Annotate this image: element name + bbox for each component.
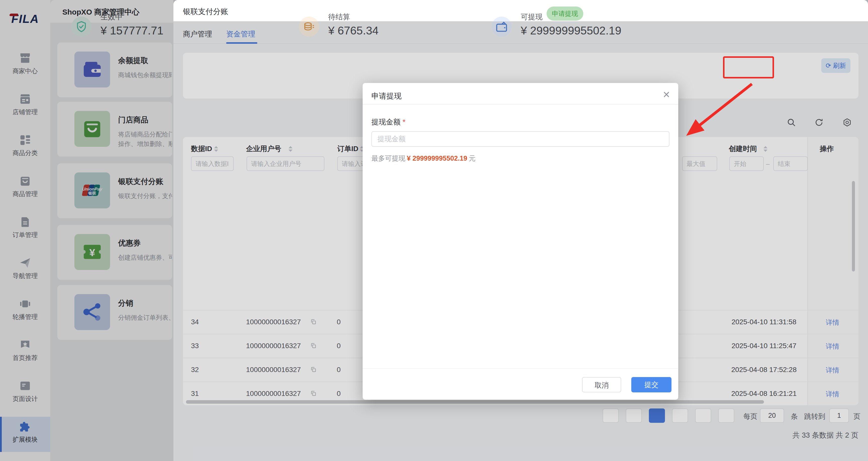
sort-asc-icon[interactable] bbox=[764, 146, 768, 148]
module-card-title: 余额提取 bbox=[118, 56, 148, 66]
cell-created-time: 2025-04-08 16:21:21 bbox=[724, 390, 804, 398]
detail-link[interactable]: 详情 bbox=[807, 390, 858, 399]
pagination-button[interactable] bbox=[695, 408, 711, 423]
sidebar-item[interactable]: 店铺管理 bbox=[0, 89, 50, 127]
jump-to-input[interactable] bbox=[829, 408, 849, 423]
sidebar-item-label: 扩展模块 bbox=[0, 435, 50, 444]
refresh-button[interactable]: ⟳ 刷新 bbox=[821, 58, 850, 73]
stat-value: ¥ 157777.71 bbox=[100, 24, 163, 37]
sidebar-item-icon bbox=[19, 93, 31, 105]
stat-value: ¥ 299999995502.19 bbox=[521, 24, 621, 37]
sidebar-item-label: 页面设计 bbox=[0, 395, 50, 403]
sidebar-item[interactable]: 首页推荐 bbox=[0, 335, 50, 373]
copy-icon[interactable] bbox=[310, 342, 317, 349]
cell-created-time: 2025-04-10 11:31:58 bbox=[724, 318, 804, 326]
cell-enterprise-user: 10000000016327 bbox=[246, 366, 301, 374]
pagination-button[interactable] bbox=[602, 408, 619, 423]
module-card-tile bbox=[74, 111, 110, 147]
sidebar-item-icon bbox=[19, 134, 31, 146]
filter-enterprise-user-input[interactable] bbox=[247, 156, 324, 171]
filter-data-id-input[interactable] bbox=[191, 156, 234, 171]
stat-icon-circle bbox=[299, 17, 319, 37]
module-card-tile bbox=[74, 173, 110, 208]
sidebar-item-icon bbox=[19, 339, 31, 351]
cancel-button[interactable]: 取消 bbox=[582, 377, 621, 392]
cell-created-time: 2025-04-08 17:52:28 bbox=[724, 366, 804, 374]
sort-desc-icon[interactable] bbox=[214, 150, 218, 152]
cell-order-id: 0 bbox=[337, 366, 341, 374]
pagination-button[interactable] bbox=[672, 408, 688, 423]
module-card-tile bbox=[74, 52, 110, 88]
pagination-button[interactable] bbox=[718, 408, 734, 423]
stat-icon bbox=[75, 20, 88, 33]
module-card[interactable]: 优惠券 创建店铺优惠券、可组 bbox=[57, 225, 172, 280]
sidebar-item[interactable]: 商家中心 bbox=[0, 48, 50, 86]
submit-button[interactable]: 提交 bbox=[631, 377, 672, 392]
detail-link[interactable]: 详情 bbox=[807, 342, 858, 351]
module-card[interactable]: 分销 分销佣金订单列表、分 bbox=[57, 285, 172, 340]
stat-icon bbox=[303, 20, 316, 33]
pagination-button[interactable] bbox=[626, 408, 642, 423]
module-card-icon bbox=[81, 301, 103, 323]
copy-icon[interactable] bbox=[310, 318, 317, 325]
sidebar-item-icon bbox=[19, 216, 31, 228]
cell-enterprise-user: 10000000016327 bbox=[246, 318, 301, 326]
module-card-desc: 分销佣金订单列表、分 bbox=[118, 313, 172, 322]
vertical-scrollbar[interactable] bbox=[852, 181, 855, 272]
col-header-data-id[interactable]: 数据ID bbox=[191, 144, 212, 154]
sidebar-item[interactable]: 订单管理 bbox=[0, 212, 50, 250]
modal-footer-divider bbox=[363, 368, 678, 369]
sidebar-item[interactable]: 商品分类 bbox=[0, 130, 50, 168]
detail-link[interactable]: 详情 bbox=[807, 366, 858, 375]
per-page-label: 每页 bbox=[743, 412, 757, 421]
cell-order-id: 0 bbox=[337, 342, 341, 350]
logo-red-accent bbox=[9, 13, 18, 16]
settings-icon[interactable] bbox=[842, 118, 852, 127]
withdraw-modal: 申请提现 ✕ 提现金额* 最多可提现¥ 299999995502.19元 取消 … bbox=[363, 83, 678, 400]
col-header-enterprise-user[interactable]: 企业用户号 bbox=[246, 144, 281, 154]
module-card[interactable]: 余额提取 商城钱包余额提现到指 bbox=[57, 42, 172, 97]
sidebar-item[interactable]: 导航管理 bbox=[0, 253, 50, 291]
col-header-created[interactable]: 创建时间 bbox=[729, 144, 757, 154]
sidebar-item[interactable]: 页面设计 bbox=[0, 376, 50, 414]
sort-asc-icon[interactable] bbox=[214, 146, 218, 148]
pagination-button[interactable] bbox=[649, 408, 665, 423]
sidebar-item[interactable]: 轮播管理 bbox=[0, 294, 50, 332]
module-card-icon bbox=[81, 117, 103, 140]
withdraw-amount-input[interactable] bbox=[371, 131, 670, 147]
cell-data-id: 34 bbox=[191, 318, 199, 326]
module-card-desc: 银联支付分账，支付相 bbox=[118, 191, 172, 201]
stat-icon-circle bbox=[71, 17, 91, 37]
horizontal-scrollbar[interactable] bbox=[186, 400, 764, 404]
modal-header-divider bbox=[363, 104, 678, 104]
refresh-icon[interactable] bbox=[814, 118, 824, 127]
apply-withdraw-button[interactable]: 申请提现 bbox=[547, 6, 583, 21]
filter-date-start-input[interactable] bbox=[729, 156, 764, 171]
close-icon[interactable]: ✕ bbox=[663, 90, 670, 100]
module-card-desc: 商城钱包余额提现到指 bbox=[118, 70, 172, 80]
module-card-title: 优惠券 bbox=[118, 238, 141, 248]
col-header-order-id[interactable]: 订单ID bbox=[337, 144, 359, 154]
filter-date-end-input[interactable] bbox=[773, 156, 808, 171]
cell-data-id: 31 bbox=[191, 390, 199, 398]
sort-desc-icon[interactable] bbox=[764, 150, 768, 152]
copy-icon[interactable] bbox=[310, 366, 317, 373]
module-card[interactable]: 门店商品 将店铺商品分配给门店操作、增加删除、顺序 bbox=[57, 102, 172, 157]
sidebar-item-icon bbox=[19, 379, 31, 392]
detail-link[interactable]: 详情 bbox=[807, 318, 858, 327]
sort-desc-icon[interactable] bbox=[288, 150, 292, 152]
max-withdraw-hint: 最多可提现¥ 299999995502.19元 bbox=[371, 154, 475, 163]
jump-to-label: 跳转到 bbox=[804, 412, 825, 421]
sidebar-item[interactable]: 扩展模块 bbox=[0, 417, 50, 452]
jump-unit: 页 bbox=[854, 412, 861, 421]
module-card[interactable]: 银联支付分账 银联支付分账，支付相 bbox=[57, 163, 172, 218]
sidebar-item[interactable]: 商品管理 bbox=[0, 171, 50, 209]
search-icon[interactable] bbox=[786, 118, 796, 127]
sidebar-item-icon bbox=[19, 298, 31, 310]
filter-max-value-input[interactable] bbox=[682, 156, 717, 171]
sort-asc-icon[interactable] bbox=[288, 146, 292, 148]
sidebar-item-label: 首页推荐 bbox=[0, 354, 50, 362]
copy-icon[interactable] bbox=[310, 390, 317, 397]
max-withdraw-amount: ¥ 299999995502.19 bbox=[405, 155, 469, 162]
per-page-input[interactable] bbox=[760, 408, 784, 423]
